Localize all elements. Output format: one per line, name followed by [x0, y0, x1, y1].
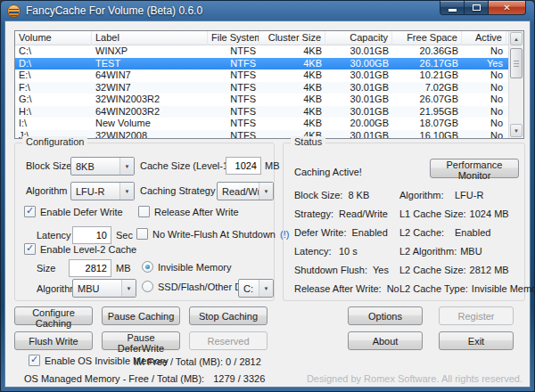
- stop-caching-button[interactable]: Stop Caching: [189, 306, 268, 325]
- invisible-memory-radio[interactable]: [142, 261, 153, 273]
- exit-button[interactable]: Exit: [439, 331, 514, 350]
- latency-unit: Sec: [116, 230, 133, 241]
- table-cell: 20.00GB: [325, 118, 392, 130]
- status-value: No: [387, 283, 399, 294]
- options-button[interactable]: Options: [348, 306, 423, 325]
- no-write-flush-checkbox[interactable]: ✓: [136, 228, 148, 240]
- cache-size-input[interactable]: [226, 157, 261, 175]
- table-cell: 32WIN2003R2: [92, 94, 208, 106]
- table-cell: 16.10GB: [392, 130, 462, 140]
- column-header-file-system[interactable]: File System: [208, 31, 259, 45]
- status-value: MBU: [460, 246, 482, 257]
- column-header-cluster-size[interactable]: Cluster Size: [259, 31, 325, 45]
- flush-write-button[interactable]: Flush Write: [14, 331, 93, 350]
- caching-strategy-select[interactable]: Read/Write ▼: [217, 182, 274, 200]
- scroll-down-button[interactable]: ▼: [510, 124, 523, 137]
- scroll-up-button[interactable]: ▲: [510, 32, 523, 45]
- performance-monitor-button[interactable]: Performance Monitor: [430, 159, 519, 178]
- enable-defer-write-checkbox[interactable]: ✓: [24, 206, 36, 217]
- ssd-drive-select[interactable]: C: ▼: [238, 279, 274, 298]
- status-row: Release After Write:NoL2 Cache Type:Invi…: [294, 283, 521, 302]
- table-row[interactable]: D:\TESTNTFS4KB30.00GB26.17GBYes: [15, 58, 523, 70]
- status-label: Release After Write:: [294, 283, 387, 294]
- status-row: Shutdown Flush:YesL2 Cache Size:2812 MB: [294, 265, 521, 283]
- enable-level2-cache-checkbox[interactable]: ✓: [24, 243, 36, 255]
- table-row[interactable]: J:\32WIN2008NTFS4KB30.01GB16.10GBNo: [15, 130, 523, 140]
- table-cell: 4KB: [259, 58, 325, 70]
- chevron-down-icon: ▼: [119, 158, 134, 175]
- enable-level2-cache-label: Enable Level-2 Cache: [40, 244, 136, 255]
- table-cell: 32WIN7: [92, 82, 208, 94]
- status-pair: Algorithm:LFU-R: [399, 190, 483, 200]
- enable-os-invisible-memory-checkbox[interactable]: ✓: [29, 355, 40, 366]
- l2-algorithm-select[interactable]: MBU ▼: [72, 279, 136, 298]
- chevron-down-icon: ▼: [119, 183, 134, 200]
- check-icon: ✓: [26, 206, 34, 216]
- table-cell: 64WIN7: [92, 69, 208, 82]
- column-header-volume[interactable]: Volume: [15, 31, 92, 45]
- table-cell: 4KB: [259, 94, 325, 106]
- release-after-write-label: Release After Write: [154, 207, 239, 217]
- status-label: L2 Cache:: [399, 227, 455, 238]
- ssd-flash-radio[interactable]: [142, 281, 153, 292]
- status-row: Defer Write:EnabledL2 Cache:Enabled: [294, 227, 521, 246]
- maximize-button[interactable]: [465, 1, 489, 15]
- app-action-buttons: OptionsRegisterAboutExit: [348, 306, 514, 350]
- status-label: Latency:: [294, 246, 339, 257]
- scrollbar-thumb[interactable]: [510, 48, 523, 78]
- table-cell: No: [462, 130, 506, 140]
- status-value: Invisible Memory: [472, 283, 535, 294]
- table-row[interactable]: F:\32WIN7NTFS4KB30.01GB7.02GBNo: [15, 82, 523, 94]
- table-cell: No: [462, 69, 506, 82]
- configure-caching-button[interactable]: Configure Caching: [14, 306, 93, 325]
- minimize-button[interactable]: [440, 1, 465, 15]
- release-after-write-checkbox[interactable]: ✓: [138, 206, 150, 217]
- status-label: L2 Algorithm:: [399, 246, 460, 257]
- no-write-flush-row: ✓ No Write-Flush At Shutdown (!): [136, 228, 289, 240]
- table-row[interactable]: G:\32WIN2003R2NTFS4KB30.01GB26.07GBNo: [15, 94, 523, 106]
- table-cell: 26.07GB: [392, 94, 462, 106]
- volume-table-header: VolumeLabelFile SystemCluster SizeCapaci…: [15, 31, 523, 45]
- table-scrollbar[interactable]: ▲ ▼: [508, 31, 523, 138]
- column-header-free-space[interactable]: Free Space: [392, 31, 462, 45]
- check-icon: ✓: [26, 243, 34, 253]
- column-header-active[interactable]: Active: [462, 31, 506, 45]
- table-row[interactable]: C:\WINXPNTFS4KB30.01GB20.36GBNo: [15, 45, 523, 58]
- maximize-icon: [473, 4, 481, 11]
- table-row[interactable]: H:\64WIN2003R2NTFS4KB30.01GB21.95GBNo: [15, 106, 523, 118]
- table-cell: New Volume: [92, 118, 208, 130]
- status-label: Shutdown Flush:: [294, 265, 373, 275]
- table-cell: NTFS: [208, 58, 259, 70]
- block-size-select[interactable]: 8KB ▼: [70, 157, 135, 176]
- chevron-down-icon: ▼: [259, 183, 273, 200]
- column-header-capacity[interactable]: Capacity: [325, 31, 392, 45]
- close-button[interactable]: ✕: [489, 1, 526, 15]
- table-cell: 32WIN2008: [92, 130, 208, 140]
- register-button: Register: [439, 306, 514, 325]
- latency-input[interactable]: [72, 226, 111, 244]
- caching-strategy-label: Caching Strategy: [140, 185, 215, 196]
- status-row: Latency:10 sL2 Algorithm:MBU: [294, 246, 521, 265]
- status-value: 8 KB: [348, 190, 369, 200]
- reserved-button: Reserved: [189, 331, 268, 350]
- table-cell: I:\: [15, 118, 92, 130]
- status-pair: L2 Cache:Enabled: [399, 227, 490, 238]
- configuration-group: Configuration Block Size 8KB ▼ Cache Siz…: [14, 143, 275, 301]
- table-row[interactable]: E:\64WIN7NTFS4KB30.01GB10.21GBNo: [15, 69, 523, 82]
- table-cell: 4KB: [259, 82, 325, 94]
- status-value: Yes: [373, 265, 389, 275]
- about-button[interactable]: About: [348, 331, 423, 350]
- table-row[interactable]: I:\New VolumeNTFS4KB20.00GB18.07GBNo: [15, 118, 523, 130]
- close-icon: ✕: [503, 3, 510, 12]
- table-cell: WINXP: [92, 45, 208, 58]
- status-value: Enabled: [455, 227, 490, 238]
- app-window: FancyCache For Volume (Beta) 0.6.0 ✕ Vol…: [0, 0, 535, 392]
- table-cell: D:\: [15, 58, 92, 70]
- pause-caching-button[interactable]: Pause Caching: [102, 306, 180, 325]
- pause-deferwrite-button[interactable]: Pause DeferWrite: [102, 331, 180, 350]
- l2-size-input[interactable]: [69, 259, 111, 277]
- algorithm-select[interactable]: LFU-R ▼: [70, 182, 135, 200]
- column-header-label[interactable]: Label: [92, 31, 208, 45]
- client-area: VolumeLabelFile SystemCluster SizeCapaci…: [4, 20, 531, 388]
- cache-size-label: Cache Size (Level-1): [140, 160, 232, 171]
